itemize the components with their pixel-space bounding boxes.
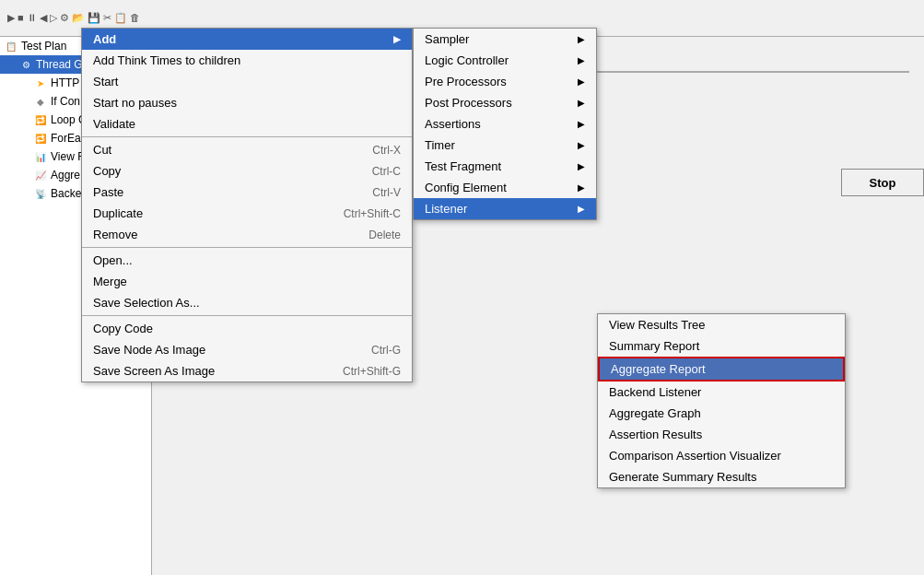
menu-item-save-selection[interactable]: Save Selection As... [82,292,412,313]
menu-item-label: Save Node As Image [93,343,205,357]
menu-item-open[interactable]: Open... [82,250,412,271]
menu-item-start-no-pauses[interactable]: Start no pauses [82,92,412,113]
view-r-icon: 📊 [33,149,48,164]
menu-item-merge[interactable]: Merge [82,271,412,292]
menu-item-label: Save Screen As Image [93,364,215,378]
menu-item-label: Backend Listener [609,385,701,399]
http-icon: ➤ [33,76,48,90]
tree-item-label: Test Plan [21,40,66,53]
menu-item-paste[interactable]: Paste Ctrl-V [82,182,412,203]
test-plan-icon: 📋 [4,39,18,53]
menu-item-label: Comparison Assertion Visualizer [609,449,781,463]
menu-item-aggregate-graph[interactable]: Aggregate Graph [598,403,845,424]
assertions-arrow: ▶ [578,119,585,129]
if-con-icon: ◆ [33,94,48,109]
aggre-icon: 📈 [33,168,48,182]
menu-item-listener[interactable]: Listener ▶ [414,198,596,219]
menu-item-assertion-results[interactable]: Assertion Results [598,424,845,445]
menu-item-validate[interactable]: Validate [82,113,412,135]
menu-item-remove[interactable]: Remove Delete [82,224,412,245]
menu-item-summary-report[interactable]: Summary Report [598,335,845,357]
foreach-icon: 🔁 [33,131,48,146]
menu-item-save-screen-image[interactable]: Save Screen As Image Ctrl+Shift-G [82,360,412,381]
menu-item-add-think-times[interactable]: Add Think Times to children [82,50,412,71]
menu-item-label: Paste [93,185,123,199]
menu-item-label: Pre Processors [425,75,507,88]
shortcut-copy: Ctrl-C [372,165,401,178]
menu-item-timer[interactable]: Timer ▶ [414,135,596,156]
config-arrow: ▶ [578,182,585,193]
menu-item-view-results-tree[interactable]: View Results Tree [598,314,845,335]
loop-icon: 🔁 [33,112,48,127]
menu-item-label: Listener [425,202,467,216]
menu-item-label: Sampler [425,32,469,46]
context-menu-3: View Results Tree Summary Report Aggrega… [597,313,846,488]
stop-button[interactable]: Stop [841,169,924,196]
menu-item-test-fragment[interactable]: Test Fragment ▶ [414,156,596,177]
shortcut-paste: Ctrl-V [372,186,401,199]
thread-group-icon: ⚙ [18,57,33,72]
menu-item-label: Assertions [425,117,481,131]
menu-item-label: Test Fragment [425,159,501,173]
menu-item-label: Start [93,75,118,88]
backe-icon: 📡 [33,186,48,201]
menu-item-label: Aggregate Report [611,362,706,376]
menu-item-start[interactable]: Start [82,71,412,92]
menu-item-copy-code[interactable]: Copy Code [82,318,412,339]
menu-item-label: Aggregate Graph [609,406,701,420]
menu-item-logic-controller[interactable]: Logic Controller ▶ [414,50,596,71]
pre-arrow: ▶ [578,76,585,87]
shortcut-save-node: Ctrl-G [371,344,401,357]
menu-item-label: Save Selection As... [93,296,200,310]
menu-item-label: Merge [93,275,127,288]
toolbar-area: ▶ ■ ⏸ ◀ ▷ ⚙ 📂 💾 ✂ 📋 🗑 [7,12,140,24]
menu-item-label: Post Processors [425,96,512,110]
menu-item-label: Timer [425,138,455,152]
menu-item-label: Copy [93,164,121,178]
menu-item-sampler[interactable]: Sampler ▶ [414,29,596,50]
menu-item-label: Start no pauses [93,96,177,110]
separator-3 [82,315,412,316]
menu-item-duplicate[interactable]: Duplicate Ctrl+Shift-C [82,203,412,224]
menu-item-generate-summary[interactable]: Generate Summary Results [598,466,845,487]
menu-item-save-node-image[interactable]: Save Node As Image Ctrl-G [82,339,412,360]
menu-item-post-processors[interactable]: Post Processors ▶ [414,92,596,113]
timer-arrow: ▶ [578,140,585,150]
menu-item-assertions[interactable]: Assertions ▶ [414,113,596,135]
menu-item-label: Open... [93,253,133,267]
context-menu-2: Sampler ▶ Logic Controller ▶ Pre Process… [413,28,597,220]
menu-item-label: Add Think Times to children [93,53,240,67]
shortcut-save-screen: Ctrl+Shift-G [343,365,401,378]
listener-arrow: ▶ [578,204,585,214]
shortcut-duplicate: Ctrl+Shift-C [344,207,401,220]
menu-item-aggregate-report[interactable]: Aggregate Report [598,357,845,381]
menu-item-pre-processors[interactable]: Pre Processors ▶ [414,71,596,92]
menu-item-label: Config Element [425,181,507,194]
menu-item-backend-listener[interactable]: Backend Listener [598,381,845,403]
sampler-arrow: ▶ [578,34,585,44]
add-arrow: ▶ [393,34,401,44]
menu-item-label: Copy Code [93,322,153,335]
menu-item-cut[interactable]: Cut Ctrl-X [82,139,412,160]
post-arrow: ▶ [578,98,585,108]
tree-item-label: HTTP [51,76,79,89]
menu-item-label: Remove [93,228,137,241]
fragment-arrow: ▶ [578,161,585,171]
menu-item-label: Generate Summary Results [609,470,756,484]
app-window: ▶ ■ ⏸ ◀ ▷ ⚙ 📂 💾 ✂ 📋 🗑 📋 Test Plan ⚙ Thre… [0,0,924,575]
shortcut-cut: Ctrl-X [372,144,401,157]
stop-label: Stop [870,176,896,190]
separator-1 [82,136,412,137]
menu-item-comparison-assertion[interactable]: Comparison Assertion Visualizer [598,445,845,466]
context-menu-1: Add ▶ Add Think Times to children Start … [81,28,413,382]
menu-item-label: Summary Report [609,339,699,353]
logic-arrow: ▶ [578,55,585,65]
menu-item-copy[interactable]: Copy Ctrl-C [82,160,412,182]
menu-item-add[interactable]: Add ▶ [82,29,412,50]
shortcut-remove: Delete [368,229,401,241]
menu-item-label: View Results Tree [609,318,706,332]
menu-item-add-label: Add [93,32,116,46]
menu-item-label: Cut [93,143,111,157]
menu-item-config-element[interactable]: Config Element ▶ [414,177,596,198]
menu-item-label: Duplicate [93,206,143,220]
